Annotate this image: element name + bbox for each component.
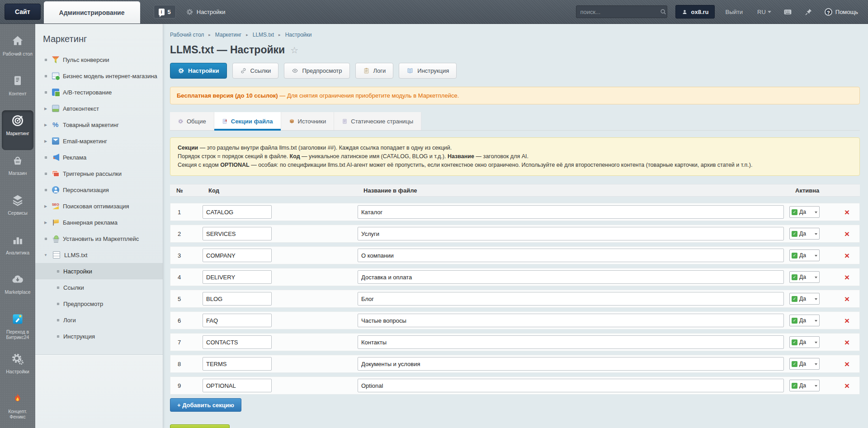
delete-row-button[interactable]: ×: [844, 316, 849, 325]
name-input[interactable]: [358, 292, 784, 306]
active-select[interactable]: Да: [789, 336, 820, 348]
breadcrumb-link-settings[interactable]: Настройки: [285, 32, 312, 38]
active-select[interactable]: Да: [789, 358, 820, 370]
sidebar-item-marketplace[interactable]: Marketplace: [0, 269, 35, 309]
menu-item-label: LLMS.txt: [64, 252, 87, 259]
search-input[interactable]: [580, 9, 660, 15]
code-input[interactable]: [203, 314, 272, 327]
help-button[interactable]: ? Помощь: [825, 8, 858, 16]
menu-item-conversion-pulse[interactable]: Пульс конверсии: [35, 52, 163, 68]
name-input[interactable]: [358, 205, 784, 219]
hotkeys-keyboard-icon[interactable]: [783, 7, 793, 17]
sidebar-item-phoenix[interactable]: Концепт. Феникс: [0, 388, 35, 428]
notification-counter-button[interactable]: i 5: [154, 5, 176, 19]
code-input[interactable]: [203, 205, 272, 219]
submenu-item-preview[interactable]: Предпросмотр: [35, 296, 163, 312]
code-input[interactable]: [203, 292, 272, 306]
save-button[interactable]: [170, 424, 230, 428]
name-input[interactable]: [358, 227, 784, 240]
submenu-item-logs[interactable]: Логи: [35, 312, 163, 328]
sidebar-item-analytics[interactable]: Аналитика: [0, 230, 35, 269]
code-input[interactable]: [203, 357, 272, 371]
preview-button[interactable]: Предпросмотр: [284, 63, 349, 79]
instruction-button[interactable]: Инструкция: [399, 63, 457, 79]
active-select[interactable]: Да: [789, 228, 820, 240]
sidebar-item-marketing[interactable]: Маркетинг: [2, 110, 33, 150]
search-icon[interactable]: [660, 8, 667, 16]
favorite-star-icon[interactable]: [290, 45, 298, 56]
delete-row-button[interactable]: ×: [844, 338, 849, 347]
expand-arrow-icon[interactable]: ▶: [43, 204, 48, 208]
logs-button[interactable]: Логи: [355, 63, 394, 79]
menu-item-business-model[interactable]: Бизнес модель интернет-магазина: [35, 68, 163, 84]
search-box[interactable]: [576, 5, 667, 18]
code-input[interactable]: [203, 270, 272, 284]
add-section-button[interactable]: + Добавить секцию: [170, 398, 241, 412]
delete-row-button[interactable]: ×: [844, 251, 849, 260]
menu-item-banner-ads[interactable]: ▶ Баннерная реклама: [35, 214, 163, 230]
menu-item-email-marketing[interactable]: ▶ Email-маркетинг: [35, 133, 163, 149]
menu-item-ads[interactable]: Реклама: [35, 149, 163, 165]
breadcrumb-link-desktop[interactable]: Рабочий стол: [170, 32, 204, 38]
menu-item-seo[interactable]: ▶ Поисковая оптимизация: [35, 198, 163, 214]
sidebar-item-content[interactable]: Контент: [0, 71, 35, 110]
delete-row-button[interactable]: ×: [844, 381, 849, 390]
sidebar-item-services[interactable]: Сервисы: [0, 190, 35, 230]
name-input[interactable]: [358, 335, 784, 349]
tab-general[interactable]: Общие: [170, 112, 214, 130]
tab-site[interactable]: Сайт: [5, 4, 41, 20]
active-select[interactable]: Да: [789, 206, 820, 218]
tab-sources[interactable]: Источники: [281, 112, 335, 130]
code-input[interactable]: [203, 335, 272, 349]
sidebar-item-settings[interactable]: Настройки: [0, 348, 35, 388]
menu-item-llms[interactable]: ▼ LLMS.txt: [35, 247, 163, 263]
name-input[interactable]: [358, 314, 784, 327]
delete-row-button[interactable]: ×: [844, 273, 849, 282]
active-select[interactable]: Да: [789, 293, 820, 305]
language-switcher[interactable]: RU: [757, 9, 771, 15]
menu-item-ab-testing[interactable]: A/B-тестирование: [35, 84, 163, 100]
active-select[interactable]: Да: [789, 271, 820, 283]
delete-row-button[interactable]: ×: [844, 360, 849, 368]
expand-arrow-icon[interactable]: ▶: [43, 107, 48, 111]
submenu-item-settings[interactable]: Настройки: [35, 263, 163, 279]
collapse-arrow-icon[interactable]: ▼: [43, 253, 48, 257]
active-select[interactable]: Да: [789, 249, 820, 261]
breadcrumb-link-llms[interactable]: LLMS.txt: [253, 32, 274, 38]
menu-item-product-marketing[interactable]: ▶ Товарный маркетинг: [35, 117, 163, 133]
menu-item-autocontext[interactable]: ▶ Автоконтекст: [35, 100, 163, 117]
active-select[interactable]: Да: [789, 315, 820, 326]
sidebar-item-desktop[interactable]: Рабочий стол: [0, 31, 35, 71]
code-input[interactable]: [203, 227, 272, 240]
expand-arrow-icon[interactable]: ▶: [43, 139, 48, 143]
submenu-item-instruction[interactable]: Инструкция: [35, 328, 163, 344]
settings-button[interactable]: Настройки: [170, 63, 227, 79]
links-button[interactable]: Ссылки: [232, 63, 279, 79]
tab-static-pages[interactable]: Статические страницы: [334, 112, 421, 130]
name-input[interactable]: [358, 379, 784, 392]
code-input[interactable]: [203, 249, 272, 262]
name-input[interactable]: [358, 270, 784, 284]
user-button[interactable]: ox8.ru: [675, 5, 714, 19]
name-input[interactable]: [358, 249, 784, 262]
delete-row-button[interactable]: ×: [844, 295, 849, 303]
delete-row-button[interactable]: ×: [844, 230, 849, 238]
tab-file-sections[interactable]: Секции файла: [214, 112, 281, 130]
logout-link[interactable]: Выйти: [726, 9, 743, 15]
name-input[interactable]: [358, 357, 784, 371]
menu-item-trigger-mailings[interactable]: Триггерные рассылки: [35, 165, 163, 182]
tab-administration[interactable]: Администрирование: [44, 1, 140, 24]
expand-arrow-icon[interactable]: ▶: [43, 123, 48, 127]
expand-arrow-icon[interactable]: ▶: [43, 221, 48, 225]
sidebar-item-shop[interactable]: Магазин: [0, 150, 35, 190]
active-select[interactable]: Да: [789, 380, 820, 391]
menu-item-install-marketplace[interactable]: Установить из Маркетплейс: [35, 230, 163, 247]
breadcrumb-link-marketing[interactable]: Маркетинг: [215, 32, 241, 38]
pin-icon[interactable]: [804, 8, 813, 16]
submenu-item-links[interactable]: Ссылки: [35, 279, 163, 296]
delete-row-button[interactable]: ×: [844, 208, 849, 216]
menu-item-personalization[interactable]: Персонализация: [35, 182, 163, 198]
code-input[interactable]: [203, 379, 272, 392]
topbar-settings-button[interactable]: Настройки: [186, 8, 226, 16]
sidebar-item-bitrix24[interactable]: Переход в Битрикс24: [0, 309, 35, 348]
